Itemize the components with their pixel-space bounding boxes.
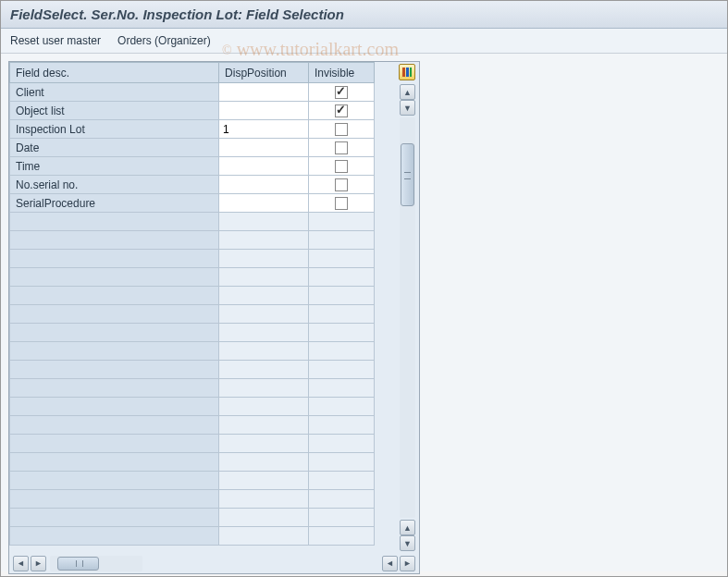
invisible-checkbox[interactable] xyxy=(335,86,348,99)
table-row xyxy=(10,324,375,342)
field-desc-cell xyxy=(10,287,219,305)
disp-position-cell xyxy=(219,102,309,120)
invisible-cell xyxy=(308,231,374,250)
table-row: Inspection Lot xyxy=(10,120,375,139)
invisible-cell xyxy=(308,287,374,305)
invisible-cell xyxy=(308,213,374,231)
field-desc-cell xyxy=(10,435,219,453)
invisible-cell xyxy=(308,250,374,268)
disp-position-input[interactable] xyxy=(219,177,308,193)
invisible-cell xyxy=(308,157,374,176)
vertical-scroll-track[interactable] xyxy=(400,117,415,518)
invisible-cell xyxy=(308,398,374,416)
orders-organizer-link[interactable]: Orders (Organizer) xyxy=(117,34,211,47)
table-row xyxy=(10,231,375,250)
svg-rect-0 xyxy=(402,68,405,77)
disp-position-cell xyxy=(219,305,309,324)
disp-position-input[interactable] xyxy=(219,195,308,212)
table-row xyxy=(10,268,375,287)
scroll-left-button-2[interactable]: ◄ xyxy=(382,556,398,571)
configure-columns-button[interactable] xyxy=(399,64,415,80)
table-row xyxy=(10,416,375,435)
table-row xyxy=(10,361,375,379)
disp-position-input[interactable] xyxy=(219,103,308,119)
invisible-cell xyxy=(308,268,374,287)
field-desc-cell xyxy=(10,398,219,416)
disp-position-cell xyxy=(219,139,309,157)
field-desc-cell xyxy=(10,324,219,342)
table-row xyxy=(10,435,375,453)
table-row: Client xyxy=(10,83,375,102)
invisible-cell xyxy=(308,102,374,120)
invisible-checkbox[interactable] xyxy=(335,160,348,173)
disp-position-cell xyxy=(219,268,309,287)
disp-position-input[interactable] xyxy=(219,158,308,175)
scroll-down-button[interactable]: ▼ xyxy=(400,100,415,116)
disp-position-cell xyxy=(219,398,309,416)
invisible-checkbox[interactable] xyxy=(335,178,348,191)
invisible-cell xyxy=(308,416,374,435)
invisible-checkbox[interactable] xyxy=(335,104,348,117)
page-title: FieldSelect. Ser.No. Inspection Lot: Fie… xyxy=(1,1,727,29)
disp-position-cell xyxy=(219,490,309,509)
disp-position-cell xyxy=(219,379,309,398)
vertical-scroll-thumb[interactable] xyxy=(401,143,414,206)
toolbar: Reset user master Orders (Organizer) xyxy=(1,29,727,54)
table-row xyxy=(10,527,375,546)
table-row xyxy=(10,398,375,416)
field-desc-cell xyxy=(10,472,219,490)
invisible-cell xyxy=(308,509,374,527)
invisible-checkbox[interactable] xyxy=(335,123,348,136)
field-desc-cell xyxy=(10,231,219,250)
table-row: Object list xyxy=(10,102,375,120)
invisible-cell xyxy=(308,324,374,342)
column-header-disp-position[interactable]: DispPosition xyxy=(219,63,309,83)
field-selection-table-container: Field desc. DispPosition Invisible Clien… xyxy=(8,61,420,574)
invisible-cell xyxy=(308,120,374,139)
invisible-cell xyxy=(308,490,374,509)
invisible-checkbox[interactable] xyxy=(335,141,348,154)
table-row: No.serial no. xyxy=(10,176,375,194)
scroll-down-button-2[interactable]: ▼ xyxy=(400,535,415,551)
column-header-invisible[interactable]: Invisible xyxy=(308,63,374,83)
field-desc-cell xyxy=(10,379,219,398)
disp-position-cell xyxy=(219,324,309,342)
svg-rect-1 xyxy=(406,68,409,77)
field-desc-cell: Object list xyxy=(10,102,219,120)
reset-user-master-link[interactable]: Reset user master xyxy=(10,34,101,47)
scroll-up-button-2[interactable]: ▲ xyxy=(400,520,415,535)
field-desc-cell xyxy=(10,527,219,546)
table-row xyxy=(10,379,375,398)
horizontal-scroll-thumb[interactable] xyxy=(57,557,99,571)
invisible-checkbox[interactable] xyxy=(335,197,348,210)
invisible-cell xyxy=(308,176,374,194)
scroll-up-button[interactable]: ▲ xyxy=(400,84,415,100)
field-desc-cell xyxy=(10,361,219,379)
scroll-right-button[interactable]: ► xyxy=(31,556,46,571)
table-row: Date xyxy=(10,139,375,157)
disp-position-input[interactable] xyxy=(219,121,308,138)
field-selection-table: Field desc. DispPosition Invisible Clien… xyxy=(9,62,375,546)
invisible-cell xyxy=(308,305,374,324)
horizontal-scroll-track[interactable] xyxy=(50,556,142,571)
disp-position-cell xyxy=(219,120,309,139)
invisible-cell xyxy=(308,194,374,213)
disp-position-cell xyxy=(219,250,309,268)
field-desc-cell xyxy=(10,490,219,509)
table-row: Time xyxy=(10,157,375,176)
field-desc-cell xyxy=(10,268,219,287)
data-grid: Field desc. DispPosition Invisible Clien… xyxy=(9,62,378,553)
invisible-cell xyxy=(308,139,374,157)
disp-position-cell xyxy=(219,83,309,102)
disp-position-input[interactable] xyxy=(219,84,308,101)
right-controls: ▲ ▼ ▲ ▼ xyxy=(378,62,419,553)
column-header-field-desc[interactable]: Field desc. xyxy=(10,63,219,83)
table-row xyxy=(10,213,375,231)
disp-position-input[interactable] xyxy=(219,140,308,156)
scroll-right-button-2[interactable]: ► xyxy=(400,556,415,571)
invisible-cell xyxy=(308,453,374,472)
disp-position-cell xyxy=(219,213,309,231)
scroll-left-button[interactable]: ◄ xyxy=(13,556,29,571)
invisible-cell xyxy=(308,83,374,102)
field-desc-cell xyxy=(10,509,219,527)
